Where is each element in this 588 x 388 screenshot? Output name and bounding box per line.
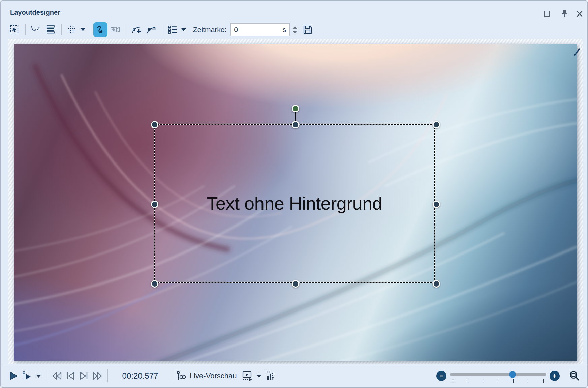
zeitmarke-unit: s	[283, 26, 286, 34]
play-icon	[9, 371, 18, 381]
close-button[interactable]	[575, 9, 585, 18]
toolbar-separator	[90, 24, 90, 35]
zeitmarke-label: Zeitmarke:	[193, 26, 226, 34]
live-preview-marker-button[interactable]	[176, 368, 187, 383]
video-preview-dropdown[interactable]	[254, 368, 264, 383]
resize-handle-top-right[interactable]	[433, 121, 440, 128]
select-tool-icon	[9, 25, 20, 35]
add-curve-point-icon	[131, 25, 142, 35]
camera-pan-icon	[110, 25, 121, 35]
play-button[interactable]	[7, 368, 20, 383]
live-preview-marker-icon	[177, 371, 187, 381]
skip-forward-icon	[92, 371, 103, 381]
toolbar-separator	[61, 24, 62, 35]
remove-curve-point-button[interactable]	[144, 22, 158, 37]
pin-button[interactable]	[560, 9, 570, 18]
playbar-separator	[47, 369, 47, 382]
zoom-controls	[436, 368, 581, 383]
zoom-slider[interactable]	[450, 369, 546, 383]
resize-handle-middle-left[interactable]	[151, 201, 158, 208]
zoom-slider-ticks	[453, 379, 544, 383]
statistics-button[interactable]	[264, 368, 277, 383]
skip-forward-button[interactable]	[91, 368, 104, 383]
maximize-icon	[544, 10, 550, 17]
titlebar: Layoutdesigner	[1, 1, 587, 20]
resize-handle-bottom-left[interactable]	[151, 280, 158, 288]
current-time: 00:20.577	[120, 371, 160, 381]
zeitmarke-field: s	[230, 23, 290, 36]
video-preview-button[interactable]	[241, 368, 254, 383]
save-layout-button[interactable]	[301, 22, 315, 37]
zoom-out-button[interactable]	[436, 371, 446, 381]
dropdown-icon	[181, 28, 186, 31]
playbar-separator	[173, 369, 173, 382]
selected-text-element[interactable]: Text ohne Hintergrund	[154, 124, 435, 283]
rotate-handle[interactable]	[292, 105, 299, 112]
resize-handle-top-left[interactable]	[151, 121, 158, 128]
window-title: Layoutdesigner	[10, 9, 60, 17]
video-preview-icon	[242, 371, 253, 381]
grid-icon	[67, 25, 77, 35]
step-forward-button[interactable]	[77, 368, 91, 383]
resize-handle-bottom-center[interactable]	[292, 280, 299, 288]
save-icon	[303, 25, 313, 35]
stack-order-icon	[45, 25, 56, 35]
resize-handle-top-center[interactable]	[292, 121, 299, 128]
curve-tool-icon	[95, 25, 105, 35]
toolbar: Zeitmarke: s	[1, 20, 587, 39]
zoom-fit-icon	[569, 370, 580, 381]
brush-corner-button[interactable]	[572, 47, 581, 58]
curve-tool-button[interactable]	[93, 22, 107, 37]
statistics-icon	[266, 371, 275, 381]
zoom-out-icon	[439, 374, 444, 378]
zoom-in-icon	[552, 374, 557, 378]
playback-bar: 00:20.577 Live-Vorschau	[1, 364, 587, 387]
skip-back-icon	[51, 371, 63, 381]
play-from-marker-button[interactable]	[20, 368, 34, 383]
slide-canvas[interactable]: Text ohne Hintergrund	[14, 44, 577, 361]
step-back-button[interactable]	[64, 368, 77, 383]
motion-path-tool-button[interactable]	[29, 22, 43, 37]
dropdown-icon	[36, 374, 41, 378]
resize-handle-middle-right[interactable]	[433, 201, 440, 208]
grid-dropdown-button[interactable]	[80, 28, 86, 31]
maximize-button[interactable]	[542, 9, 552, 18]
object-list-dropdown-button[interactable]	[181, 28, 186, 31]
spinner-up-icon	[292, 26, 297, 29]
toolbar-separator	[126, 24, 126, 35]
add-curve-point-button[interactable]	[129, 22, 144, 37]
skip-back-button[interactable]	[50, 368, 64, 383]
pin-icon	[561, 10, 568, 18]
step-forward-icon	[79, 371, 89, 381]
text-element-content[interactable]: Text ohne Hintergrund	[155, 125, 434, 282]
brush-icon	[572, 47, 581, 57]
toolbar-separator	[25, 24, 26, 35]
play-options-dropdown[interactable]	[34, 368, 43, 383]
grid-tool-button[interactable]	[65, 22, 79, 37]
camera-pan-tool-button[interactable]	[108, 22, 122, 37]
close-icon	[576, 10, 583, 17]
zoom-slider-track[interactable]	[450, 373, 546, 376]
work-area: Text ohne Hintergrund	[8, 39, 583, 364]
remove-curve-point-icon	[146, 25, 157, 35]
stack-order-tool-button[interactable]	[43, 22, 58, 37]
live-preview-label: Live-Vorschau	[190, 371, 237, 380]
zeitmarke-input[interactable]	[231, 26, 271, 34]
toolbar-separator	[162, 24, 162, 35]
layoutdesigner-window: Layoutdesigner	[0, 0, 588, 388]
object-list-icon	[167, 25, 178, 35]
resize-handle-bottom-right[interactable]	[433, 280, 440, 288]
zeitmarke-spinner[interactable]	[292, 26, 297, 33]
dropdown-icon	[256, 374, 262, 378]
step-back-icon	[65, 371, 75, 381]
playbar-separator	[107, 369, 108, 382]
zoom-in-button[interactable]	[550, 371, 560, 381]
motion-path-icon	[30, 25, 41, 35]
zoom-slider-thumb[interactable]	[509, 371, 516, 378]
play-from-marker-icon	[22, 371, 32, 381]
object-list-button[interactable]	[165, 22, 180, 37]
dropdown-icon	[80, 28, 86, 31]
zoom-fit-button[interactable]	[568, 368, 581, 383]
select-tool-button[interactable]	[7, 22, 22, 37]
spinner-down-icon	[292, 31, 297, 33]
